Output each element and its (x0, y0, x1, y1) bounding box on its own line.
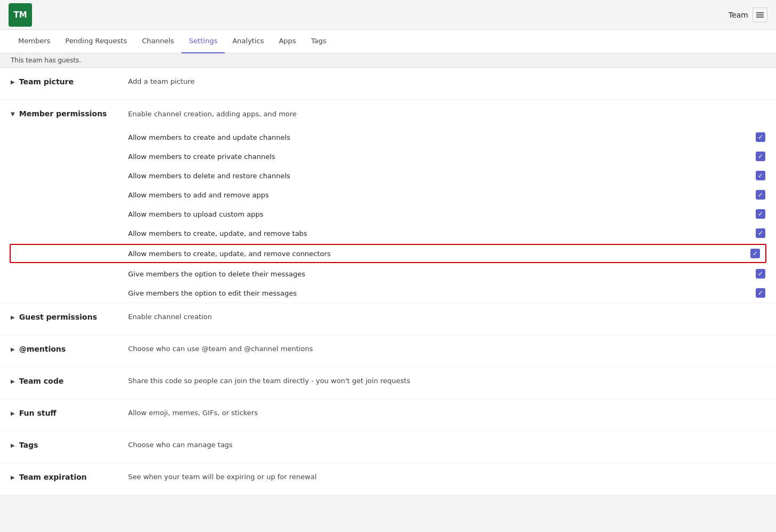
checkbox-delete-restore-channels[interactable] (756, 171, 765, 180)
svg-rect-0 (756, 12, 764, 13)
fun-stuff-arrow[interactable]: ▶ (11, 410, 15, 416)
section-mentions: ▶ @mentions Choose who can use @team and… (0, 335, 776, 367)
fun-stuff-desc: Allow emoji, memes, GIFs, or stickers (128, 409, 765, 417)
permission-create-update-remove-connectors: Allow members to create, update, and rem… (10, 244, 766, 263)
app-header: TM Team (0, 0, 776, 30)
permission-delete-messages: Give members the option to delete their … (0, 264, 776, 283)
tags-desc: Choose who can manage tags (128, 441, 765, 449)
guest-permissions-header: ▶ Guest permissions (11, 313, 128, 321)
permission-label: Give members the option to delete their … (128, 270, 756, 278)
guest-notice: This team has guests. (0, 53, 776, 68)
tab-tags[interactable]: Tags (304, 30, 334, 53)
tab-apps[interactable]: Apps (271, 30, 303, 53)
mentions-arrow[interactable]: ▶ (11, 346, 15, 352)
section-tags: ▶ Tags Choose who can manage tags (0, 431, 776, 463)
checkbox-edit-messages[interactable] (756, 288, 765, 298)
permission-edit-messages: Give members the option to edit their me… (0, 283, 776, 303)
section-fun-stuff: ▶ Fun stuff Allow emoji, memes, GIFs, or… (0, 399, 776, 431)
permission-create-private-channels: Allow members to create private channels (0, 147, 776, 166)
tags-title: Tags (19, 441, 38, 449)
team-picture-desc: Add a team picture (128, 77, 765, 85)
permission-label: Allow members to create private channels (128, 153, 756, 161)
permission-create-update-remove-tabs: Allow members to create, update, and rem… (0, 224, 776, 243)
section-team-picture: ▶ Team picture Add a team picture (0, 68, 776, 100)
checkbox-create-update-channels[interactable] (756, 132, 765, 142)
team-code-arrow[interactable]: ▶ (11, 378, 15, 384)
section-guest-permissions: ▶ Guest permissions Enable channel creat… (0, 303, 776, 335)
team-picture-title: Team picture (19, 77, 74, 86)
nav-tabs: Members Pending Requests Channels Settin… (0, 30, 776, 53)
section-team-expiration: ▶ Team expiration See when your team wil… (0, 463, 776, 495)
permission-label: Allow members to delete and restore chan… (128, 172, 756, 180)
guest-permissions-desc: Enable channel creation (128, 313, 765, 321)
tab-members[interactable]: Members (11, 30, 58, 53)
team-label: Team (729, 11, 748, 19)
member-permissions-label: ▼ Member permissions (11, 109, 128, 118)
settings-content: ▶ Team picture Add a team picture ▼ Memb… (0, 68, 776, 495)
checkbox-create-private-channels[interactable] (756, 152, 765, 161)
checkbox-add-remove-apps[interactable] (756, 190, 765, 200)
permission-label: Give members the option to edit their me… (128, 289, 756, 297)
section-member-permissions: ▼ Member permissions Enable channel crea… (0, 100, 776, 303)
member-permissions-header: ▼ Member permissions Enable channel crea… (0, 100, 776, 128)
team-code-header: ▶ Team code (11, 377, 128, 385)
tab-channels[interactable]: Channels (134, 30, 181, 53)
mentions-title: @mentions (19, 345, 66, 353)
team-code-title: Team code (19, 377, 64, 385)
header-right: Team (729, 7, 767, 22)
fun-stuff-header: ▶ Fun stuff (11, 409, 128, 417)
team-expiration-title: Team expiration (19, 473, 87, 481)
tab-settings[interactable]: Settings (181, 30, 225, 53)
team-picture-arrow[interactable]: ▶ (11, 79, 15, 85)
member-permissions-title: Member permissions (19, 109, 107, 118)
tab-pending-requests[interactable]: Pending Requests (58, 30, 134, 53)
permission-upload-custom-apps: Allow members to upload custom apps (0, 204, 776, 224)
tags-arrow[interactable]: ▶ (11, 442, 15, 448)
tags-header: ▶ Tags (11, 441, 128, 449)
svg-rect-2 (756, 17, 764, 18)
permission-add-remove-apps: Allow members to add and remove apps (0, 185, 776, 204)
permission-label: Allow members to add and remove apps (128, 191, 756, 199)
permission-label: Allow members to create and update chann… (128, 133, 756, 141)
svg-rect-1 (756, 14, 764, 15)
permission-create-update-channels: Allow members to create and update chann… (0, 128, 776, 147)
team-picture-header: ▶ Team picture (11, 77, 128, 86)
fun-stuff-title: Fun stuff (19, 409, 57, 417)
avatar[interactable]: TM (9, 3, 32, 27)
guest-permissions-arrow[interactable]: ▶ (11, 314, 15, 320)
team-expiration-arrow[interactable]: ▶ (11, 474, 15, 480)
tab-analytics[interactable]: Analytics (225, 30, 271, 53)
checkbox-create-update-remove-tabs[interactable] (756, 228, 765, 238)
team-expiration-header: ▶ Team expiration (11, 473, 128, 481)
mentions-desc: Choose who can use @team and @channel me… (128, 345, 765, 353)
checkbox-upload-custom-apps[interactable] (756, 209, 765, 219)
checkbox-delete-messages[interactable] (756, 269, 765, 279)
permission-label: Allow members to upload custom apps (128, 210, 756, 218)
team-code-desc: Share this code so people can join the t… (128, 377, 765, 385)
team-settings-icon[interactable] (753, 7, 767, 22)
team-expiration-desc: See when your team will be expiring or u… (128, 473, 765, 481)
member-permissions-arrow[interactable]: ▼ (11, 111, 15, 117)
section-team-code: ▶ Team code Share this code so people ca… (0, 367, 776, 399)
member-permissions-desc: Enable channel creation, adding apps, an… (128, 110, 297, 118)
mentions-header: ▶ @mentions (11, 345, 128, 353)
guest-permissions-title: Guest permissions (19, 313, 97, 321)
checkbox-create-update-remove-connectors[interactable] (750, 249, 760, 258)
permission-delete-restore-channels: Allow members to delete and restore chan… (0, 166, 776, 185)
permission-label: Allow members to create, update, and rem… (128, 250, 750, 258)
permission-label: Allow members to create, update, and rem… (128, 229, 756, 237)
